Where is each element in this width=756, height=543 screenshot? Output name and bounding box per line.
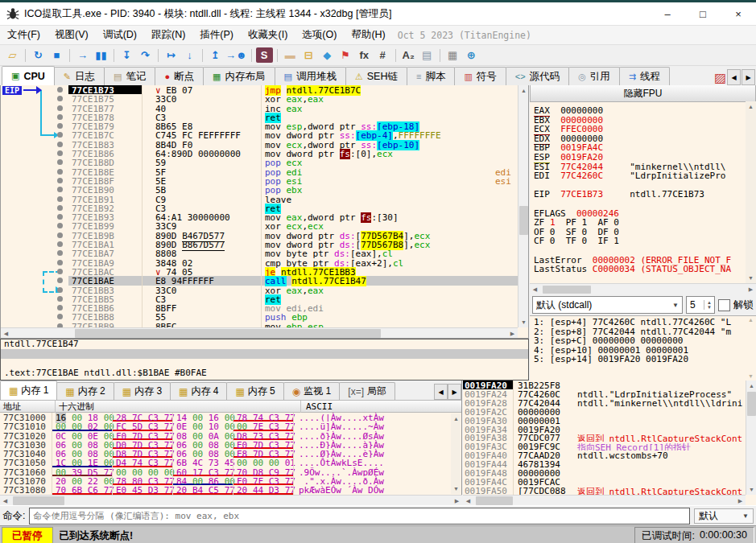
- disasm-row[interactable]: 77CE1B9364:A1 30000000mov eax,dword ptr …: [1, 212, 528, 221]
- disasm-row[interactable]: 77CE1BB5C3ret: [1, 294, 528, 303]
- tab-references[interactable]: ◎引用: [568, 67, 620, 85]
- tab-breakpoints[interactable]: ●断点: [155, 67, 204, 85]
- dump-tab-watch-1[interactable]: ◉监视 1: [283, 382, 341, 400]
- pause-icon[interactable]: ▮▮: [93, 47, 109, 63]
- dump-tab-scroll-button[interactable]: ▶: [448, 384, 461, 400]
- step-into-icon[interactable]: ↧: [118, 47, 135, 63]
- dump-row[interactable]: 77C310200C 00 0E 00F0 7D C3 7708 00 0A 0…: [0, 431, 461, 440]
- execute-till-return-icon[interactable]: →☻: [225, 47, 247, 63]
- tab-scroll-button[interactable]: ▶: [742, 69, 755, 85]
- dump-row[interactable]: 77C3100016 00 18 0028 7C C3 7714 00 16 0…: [0, 413, 461, 422]
- dump-horizontal-scrollbar[interactable]: ◀▶: [0, 495, 462, 505]
- stack-row[interactable]: 0019FA2031B225F8: [463, 381, 756, 389]
- disasm-row[interactable]: 77CE1BA78808mov byte ptr ds:[eax],cl: [1, 249, 528, 257]
- minimize-button[interactable]: –: [650, 2, 685, 25]
- stack-row[interactable]: 0019FA50[77CDC088返回到 ntdll.RtlCaptureSta…: [463, 486, 756, 495]
- stack-row[interactable]: 0019FA2C00000000: [463, 407, 756, 416]
- calculator-icon[interactable]: ▦: [444, 47, 461, 63]
- disassembly-pane[interactable]: EIP 77CE1B73∨ EB 07jmp ntdll.77CE1B7C77C…: [0, 85, 529, 339]
- assemble-icon[interactable]: A₂: [400, 47, 417, 63]
- argument-count-spinner[interactable]: 5 ▲▼: [686, 296, 715, 314]
- stack-row[interactable]: 0019FA4446781394: [463, 459, 756, 468]
- disasm-row[interactable]: 77CE1BB333C0xor eax,eax: [1, 286, 528, 294]
- disasm-row[interactable]: 77CE1BB855push ebp: [1, 312, 528, 321]
- disasm-row[interactable]: 77CE1BAEE8 94FFFFFFcall ntdll.77CE1B47: [1, 276, 528, 285]
- tab-threads[interactable]: ⇉线程: [619, 67, 670, 85]
- menu-item[interactable]: 帮助(H): [344, 28, 392, 42]
- stack-rows[interactable]: 0019FA2031B225F80019FA2477C4260Cntdll."L…: [463, 381, 756, 495]
- disasm-row[interactable]: 77CE1BA93848 02cmp byte ptr ds:[eax+2],c…: [1, 258, 528, 267]
- disasm-row[interactable]: 77CE1B73∨ EB 07jmp ntdll.77CE1B7C: [1, 85, 528, 94]
- bookmark-icon[interactable]: ⚑: [337, 47, 354, 63]
- register-line[interactable]: EIP 77CE1B73 ntdll.77CE1B73: [530, 190, 746, 200]
- registers-horizontal-scrollbar[interactable]: ◀▶: [530, 283, 756, 294]
- arguments-list[interactable]: 1: [esp+4] 77C4260C ntdll.77C4260C "L2: …: [530, 315, 756, 381]
- stack-row[interactable]: 0019FA340019FA20: [463, 425, 756, 434]
- disasm-row[interactable]: 77CE1BA1890D B867D577mov dword ptr ds:[7…: [1, 240, 528, 249]
- dump-rows[interactable]: 77C3100016 00 18 0028 7C C3 7714 00 16 0…: [0, 413, 461, 495]
- dump-row[interactable]: 77C3107020 00 22 0078 80 C3 7784 00 86 0…: [0, 476, 461, 485]
- dump-tab-memory-3[interactable]: ▦内存 3: [114, 382, 171, 400]
- disasm-row[interactable]: 77CE1B798B65 E8mov esp,dword ptr ss:[ebp…: [1, 121, 528, 130]
- dump-row[interactable]: 77C3101000 00 02 00FC 5D C3 770E 00 10 0…: [0, 422, 461, 430]
- open-file-icon[interactable]: ▱: [4, 47, 21, 63]
- dump-row[interactable]: 77C3103006 00 08 00D0 7D C3 7706 00 08 0…: [0, 440, 461, 449]
- register-list[interactable]: EAX 00000000EBX 00000000ECX FFEC0000EDX …: [530, 101, 746, 283]
- stop-icon[interactable]: ■: [48, 47, 65, 63]
- disasm-row[interactable]: 77CE1B7CC745 FC FEFFFFFFmov dword ptr ss…: [1, 130, 528, 139]
- disasm-row[interactable]: 77CE1BAC∨ 74 05je ntdll.77CE1BB3: [1, 267, 528, 276]
- menu-item[interactable]: 收藏夹(I): [241, 28, 295, 42]
- menu-item[interactable]: 插件(P): [192, 28, 241, 42]
- disasm-row[interactable]: 77CE1B905Bpop ebx: [1, 185, 528, 194]
- menu-item[interactable]: 选项(O): [295, 28, 344, 42]
- comment-icon[interactable]: ⊟: [300, 47, 317, 63]
- changelog-icon[interactable]: ▨: [714, 70, 726, 85]
- stack-row[interactable]: 0019FA4C0019FCAC: [463, 477, 756, 486]
- dump-tab-scroll-button[interactable]: ◀: [434, 384, 448, 400]
- arguments-scrollbar[interactable]: ▲▼: [746, 317, 755, 379]
- tab-log[interactable]: ✎日志: [54, 67, 105, 85]
- disasm-row[interactable]: 77CE1B8D59pop ecx: [1, 158, 528, 167]
- menu-item[interactable]: 跟踪(N): [144, 28, 192, 42]
- disasm-row[interactable]: 77CE1B8E5Fpop ediedi: [1, 167, 528, 176]
- command-scope-dropdown[interactable]: 默认▼: [694, 508, 754, 524]
- tab-cpu[interactable]: ▣CPU: [2, 66, 55, 85]
- menu-item[interactable]: 调试(D): [96, 28, 144, 42]
- spinner-arrows-icon[interactable]: ▲▼: [704, 300, 714, 310]
- disasm-row[interactable]: 77CE1B91C9leave: [1, 195, 528, 204]
- unlock-checkbox[interactable]: [718, 299, 730, 311]
- dump-vertical-scrollbar[interactable]: ▲▼: [451, 413, 461, 494]
- step-over-icon[interactable]: ↷: [137, 47, 154, 63]
- calling-convention-select[interactable]: 默认 (stdcall)▼: [532, 296, 683, 314]
- run-to-user-code-icon[interactable]: ↦: [163, 47, 180, 63]
- tab-source[interactable]: <>源代码: [506, 67, 569, 85]
- patch-icon[interactable]: ▬: [282, 47, 299, 63]
- tab-notes[interactable]: ▤笔记: [104, 67, 155, 85]
- stack-row[interactable]: 0019FA3000000001: [463, 416, 756, 425]
- tab-seh[interactable]: ⚠SEH链: [345, 67, 407, 85]
- stack-row[interactable]: 0019FA4800000000: [463, 468, 756, 477]
- dump-tab-memory-4[interactable]: ▦内存 4: [170, 382, 227, 400]
- menu-item[interactable]: 视图(V): [48, 28, 96, 42]
- disasm-row[interactable]: 77CE1B7740inc eax: [1, 104, 528, 113]
- register-line[interactable]: EDI 77C4260C "LdrpInitializePro: [530, 171, 746, 181]
- command-input[interactable]: [29, 508, 690, 524]
- tab-call-stack[interactable]: ▤调用堆栈: [275, 67, 346, 85]
- step-out-icon[interactable]: ↥: [207, 47, 224, 63]
- stack-horizontal-scrollbar[interactable]: ◀▶: [463, 495, 746, 505]
- registers-vertical-scrollbar[interactable]: ▲▼: [746, 101, 756, 283]
- register-line[interactable]: CF 0 TF 0 IF 1: [530, 237, 746, 246]
- dump-tab-memory-1[interactable]: ▦内存 1: [0, 381, 57, 400]
- disasm-row[interactable]: 77CE1B9B890D B467D577mov dword ptr ds:[7…: [1, 231, 528, 240]
- argument-line[interactable]: 5: [esp+14] 0019FA20 0019FA20: [530, 355, 756, 364]
- restart-icon[interactable]: ↻: [30, 47, 47, 63]
- disasm-row[interactable]: 77CE1B78C3ret: [1, 113, 528, 121]
- argument-line[interactable]: 1: [esp+4] 77C4260C ntdll.77C4260C "L: [530, 318, 756, 327]
- disasm-row[interactable]: 77CE1B838B4D F0mov ecx,dword ptr ss:[ebp…: [1, 140, 528, 149]
- dump-row[interactable]: 77C3108070 6B C6 77E0 45 D3 7720 B4 C5 7…: [0, 485, 461, 494]
- tab-memory-map[interactable]: ▦内存布局: [203, 67, 275, 85]
- label-icon[interactable]: ◆: [319, 47, 336, 63]
- tab-scroll-button[interactable]: ◀: [727, 69, 741, 85]
- dump-row[interactable]: 77C3104006 00 08 00D8 7D C3 7706 00 08 0…: [0, 449, 461, 458]
- stack-row[interactable]: 0019FA4077CAAD20ntdll.wcstombs+70: [463, 450, 756, 459]
